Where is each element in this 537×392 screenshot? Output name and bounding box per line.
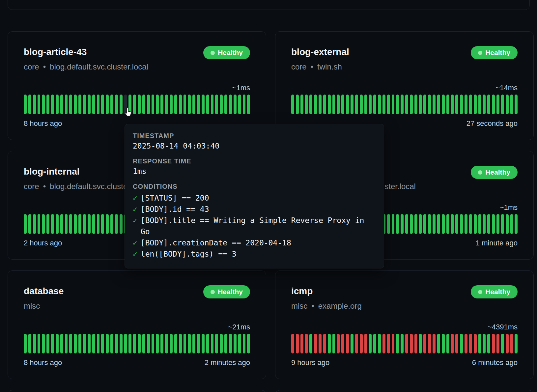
uptime-bar[interactable] [483,95,486,114]
uptime-bar[interactable] [369,95,372,114]
uptime-bar[interactable] [410,214,413,234]
uptime-bar[interactable] [51,334,54,353]
uptime-bar[interactable] [60,334,63,353]
uptime-bar[interactable] [24,95,27,114]
uptime-bar[interactable] [428,95,431,114]
uptime-bar[interactable] [460,95,463,114]
uptime-bar[interactable] [455,334,458,353]
uptime-bar[interactable] [224,95,227,114]
uptime-bar[interactable] [492,214,495,234]
uptime-bar[interactable] [469,95,472,114]
uptime-bar[interactable] [110,214,113,234]
uptime-bar[interactable] [332,95,335,114]
uptime-bar[interactable] [188,95,191,114]
uptime-bar[interactable] [92,214,95,234]
uptime-bar[interactable] [24,334,27,353]
uptime-bar[interactable] [414,214,417,234]
uptime-bar[interactable] [355,95,358,114]
uptime-bar[interactable] [423,334,426,353]
uptime-bar[interactable] [515,95,518,114]
uptime-bar[interactable] [300,95,303,114]
uptime-bar[interactable] [296,95,299,114]
uptime-bar[interactable] [364,334,367,353]
uptime-bar[interactable] [74,214,77,234]
uptime-bar[interactable] [211,334,214,353]
uptime-bar[interactable] [296,334,299,353]
uptime-bar[interactable] [220,334,223,353]
uptime-bar[interactable] [510,95,513,114]
uptime-bar[interactable] [442,214,445,234]
uptime-bar[interactable] [378,95,381,114]
uptime-bar[interactable] [206,334,209,353]
uptime-bar[interactable] [455,214,458,234]
uptime-bar[interactable] [437,334,440,353]
uptime-bar[interactable] [78,95,81,114]
uptime-bar[interactable] [465,214,467,234]
uptime-bar[interactable] [419,214,422,234]
uptime-bar[interactable] [78,334,81,353]
uptime-bar[interactable] [33,95,36,114]
uptime-bar[interactable] [319,334,322,353]
uptime-bar[interactable] [392,334,395,353]
uptime-bar[interactable] [106,334,109,353]
uptime-bar[interactable] [373,95,376,114]
uptime-bar[interactable] [428,334,431,353]
uptime-bar[interactable] [97,334,100,353]
uptime-bar[interactable] [110,334,113,353]
uptime-bar[interactable] [506,95,509,114]
uptime-bar[interactable] [83,95,86,114]
uptime-bar[interactable] [496,95,499,114]
uptime-bar[interactable] [410,334,413,353]
uptime-bar[interactable] [238,334,241,353]
uptime-bar[interactable] [24,214,27,234]
uptime-bar[interactable] [396,334,399,353]
uptime-bar[interactable] [69,334,72,353]
uptime-bar[interactable] [65,95,68,114]
uptime-bar[interactable] [56,334,59,353]
uptime-bar[interactable] [460,214,463,234]
uptime-bar[interactable] [115,214,118,234]
uptime-bar[interactable] [33,214,36,234]
uptime-bar[interactable] [156,334,159,353]
uptime-bar[interactable] [220,95,223,114]
uptime-bar[interactable] [364,95,367,114]
uptime-bar[interactable] [323,95,326,114]
uptime-bar[interactable] [433,334,436,353]
uptime-bar[interactable] [51,95,54,114]
uptime-bar[interactable] [74,334,77,353]
uptime-bar[interactable] [46,95,49,114]
uptime-bar[interactable] [152,334,155,353]
uptime-bar[interactable] [501,214,504,234]
uptime-bar[interactable] [42,95,45,114]
uptime-bar[interactable] [174,334,177,353]
uptime-bar[interactable] [478,214,481,234]
uptime-bar[interactable] [115,334,118,353]
uptime-bar[interactable] [56,95,59,114]
uptime-bar[interactable] [433,95,436,114]
uptime-bar[interactable] [446,214,449,234]
uptime-bar[interactable] [152,95,155,114]
uptime-bar[interactable] [414,95,417,114]
uptime-bar[interactable] [341,334,344,353]
uptime-bar[interactable] [28,334,31,353]
uptime-bar[interactable] [215,95,218,114]
uptime-bar[interactable] [483,214,486,234]
uptime-bar[interactable] [142,95,145,114]
uptime-bar[interactable] [165,95,168,114]
uptime-bar[interactable] [346,95,349,114]
uptime-bars[interactable] [291,95,518,114]
uptime-bar[interactable] [355,334,358,353]
uptime-bar[interactable] [314,95,317,114]
uptime-bar[interactable] [97,214,100,234]
uptime-bar[interactable] [487,334,490,353]
uptime-bar[interactable] [428,214,431,234]
uptime-bar[interactable] [202,334,205,353]
uptime-bar[interactable] [437,214,440,234]
uptime-bars[interactable] [24,95,250,114]
uptime-bar[interactable] [170,95,173,114]
uptime-bar[interactable] [506,214,509,234]
uptime-bar[interactable] [360,95,363,114]
uptime-bar[interactable] [387,95,390,114]
uptime-bar[interactable] [101,95,104,114]
uptime-bar[interactable] [328,95,331,114]
